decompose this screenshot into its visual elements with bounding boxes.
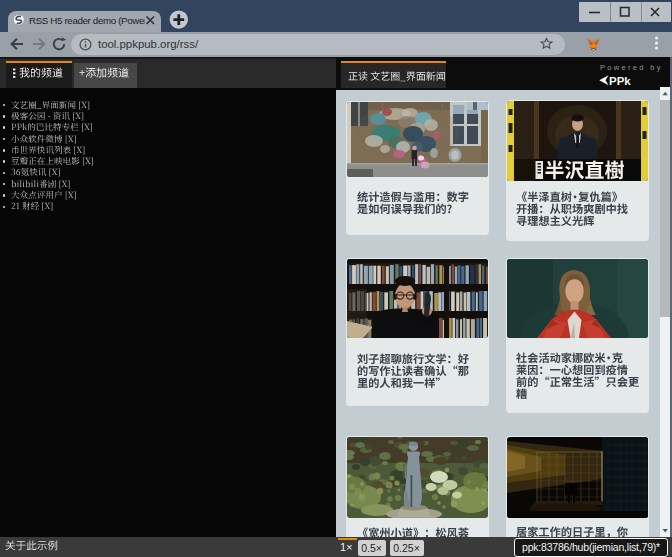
svg-text:PPk: PPk [609, 75, 631, 87]
